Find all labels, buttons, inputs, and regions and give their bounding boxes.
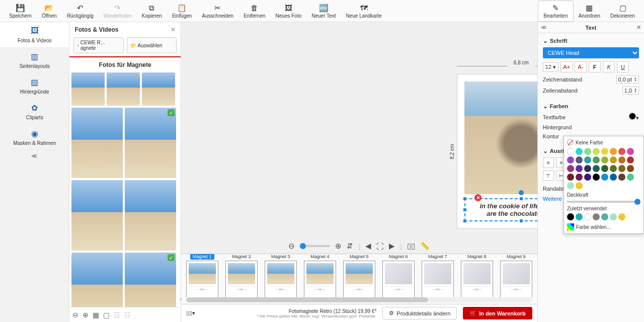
color-swatch[interactable]: [610, 165, 617, 172]
close-gallery[interactable]: ✕: [171, 26, 176, 33]
color-swatch[interactable]: [627, 165, 634, 172]
photo-thumb[interactable]: [71, 253, 123, 307]
font-size-select[interactable]: 12▾: [543, 62, 558, 72]
color-swatch[interactable]: [618, 174, 625, 181]
font-bigger[interactable]: A+: [560, 61, 573, 72]
color-swatch[interactable]: [576, 182, 583, 189]
color-swatch[interactable]: [618, 148, 625, 155]
canvas-stage[interactable]: 6,8 cm 8,2 cm ✕ in the cookie of life fr…: [181, 22, 537, 238]
next-icon[interactable]: ▶: [389, 242, 395, 251]
color-swatch[interactable]: [584, 174, 591, 181]
color-swatch[interactable]: [610, 148, 617, 155]
color-swatch[interactable]: [593, 148, 600, 155]
resize-handle[interactable]: [463, 197, 467, 201]
rotate-handle[interactable]: [519, 190, 524, 195]
panel-collapse[interactable]: ≪: [541, 24, 547, 31]
color-swatch[interactable]: [601, 148, 608, 155]
new-photo-button[interactable]: 🖼Neues Foto: [271, 1, 307, 22]
photo-thumb[interactable]: [125, 180, 176, 251]
panel-close[interactable]: ✕: [636, 24, 641, 31]
photo-grid[interactable]: [69, 72, 180, 307]
magnet-thumb[interactable]: Magnet 1— title —: [186, 254, 218, 297]
copy-button[interactable]: ⧉Kopieren: [137, 1, 167, 22]
new-map-button[interactable]: 🗺Neue Landkarte: [341, 1, 386, 22]
prev-icon[interactable]: ◀: [365, 242, 371, 251]
grid-icon[interactable]: ▦: [93, 311, 99, 319]
resize-handle[interactable]: [463, 219, 467, 223]
recent-swatch[interactable]: [610, 213, 617, 220]
save-button[interactable]: 💾Speichern: [4, 1, 37, 22]
fullscreen-icon[interactable]: ⛶: [376, 242, 384, 251]
color-swatch[interactable]: [584, 148, 591, 155]
line-spacing-input[interactable]: 1,0▲▼: [622, 87, 639, 95]
color-swatch[interactable]: [610, 174, 617, 181]
photo-thumb[interactable]: [107, 72, 140, 106]
font-family-select[interactable]: CEWE Head: [543, 47, 639, 58]
color-swatch[interactable]: [567, 148, 574, 155]
layout-view-icon[interactable]: ▯▯▾: [186, 310, 195, 316]
recent-swatch[interactable]: [567, 213, 574, 220]
color-swatch[interactable]: [593, 165, 600, 172]
zoom-out-icon[interactable]: ⊖: [72, 311, 78, 319]
cut-button[interactable]: ✂Ausschneiden: [197, 1, 238, 22]
no-color-icon[interactable]: [567, 139, 573, 145]
color-swatch[interactable]: [567, 182, 574, 189]
choose-color-button[interactable]: Farbe wählen...: [567, 223, 640, 230]
zoom-slider[interactable]: [300, 245, 330, 247]
magnet-thumb[interactable]: Magnet 3— title —: [265, 254, 297, 297]
color-swatch[interactable]: [627, 148, 634, 155]
color-swatch[interactable]: [618, 165, 625, 172]
new-text-button[interactable]: 🔤Neuer Text: [306, 1, 341, 22]
ruler-icon[interactable]: 📏: [420, 242, 430, 251]
align-left[interactable]: ≡: [543, 157, 554, 168]
magnet-thumb[interactable]: Magnet 2— title —: [225, 254, 258, 297]
color-swatch[interactable]: [593, 156, 600, 164]
photo-thumb[interactable]: [71, 180, 123, 251]
color-swatch[interactable]: [601, 174, 608, 181]
section-font[interactable]: Schrift: [543, 37, 639, 44]
magnet-thumb[interactable]: Magnet 7— title —: [422, 254, 454, 297]
section-colors[interactable]: Farben: [543, 103, 639, 110]
breadcrumb-back[interactable]: ‹CEWE R…agnete: [73, 37, 123, 53]
italic-button[interactable]: K: [603, 61, 615, 72]
zoom-in-icon[interactable]: ⊕: [335, 242, 342, 251]
magnet-thumb[interactable]: Magnet 6— title —: [382, 254, 415, 297]
filter2-icon[interactable]: ☷: [124, 311, 131, 319]
bold-button[interactable]: F: [589, 61, 601, 72]
magnet-thumb[interactable]: Magnet 8— title —: [461, 254, 493, 297]
color-swatch[interactable]: [601, 156, 608, 164]
color-swatch[interactable]: [576, 174, 583, 181]
nav-photos[interactable]: 🖼Fotos & Videos: [0, 22, 69, 48]
recent-swatch[interactable]: [601, 213, 608, 220]
nav-layouts[interactable]: ▥Seitenlayouts: [0, 48, 69, 73]
recent-swatch[interactable]: [593, 213, 600, 220]
underline-button[interactable]: U: [617, 61, 629, 72]
color-swatch[interactable]: [618, 156, 625, 164]
zoom-in-icon[interactable]: ⊕: [83, 311, 89, 319]
nav-cliparts[interactable]: ✿Cliparts: [0, 99, 69, 125]
color-swatch[interactable]: [567, 156, 574, 164]
text-color-picker[interactable]: ▾: [629, 113, 639, 121]
color-swatch[interactable]: [567, 174, 574, 181]
photo-thumb[interactable]: [125, 253, 176, 307]
color-swatch[interactable]: [567, 165, 574, 172]
nav-backgrounds[interactable]: ▨Hintergründe: [0, 73, 69, 99]
color-swatch[interactable]: [584, 156, 591, 164]
align-top[interactable]: ⊤: [543, 171, 554, 181]
options-icon[interactable]: ▢: [103, 311, 110, 319]
color-swatch[interactable]: [627, 174, 634, 181]
recent-swatch[interactable]: [576, 213, 583, 220]
product-details-button[interactable]: ⚙Produktdetails ändern: [382, 307, 457, 319]
edit-tab[interactable]: ✎Bearbeiten: [538, 1, 573, 22]
collapse-nav[interactable]: ≪: [31, 152, 38, 159]
remove-button[interactable]: 🗑Entfernen: [238, 1, 270, 22]
nav-masks[interactable]: ◉Masken & Rahmen: [0, 125, 69, 150]
photo-thumb[interactable]: [71, 108, 123, 178]
decorate-tab[interactable]: ▢Dekorieren: [605, 1, 640, 22]
char-spacing-input[interactable]: 0,0 pt▲▼: [616, 75, 639, 84]
resize-handle[interactable]: [519, 197, 523, 201]
zoom-out-icon[interactable]: ⊖: [288, 242, 295, 251]
photo-thumb[interactable]: [125, 108, 176, 178]
paste-button[interactable]: 📋Einfügen: [167, 1, 197, 22]
resize-handle[interactable]: [519, 219, 523, 223]
